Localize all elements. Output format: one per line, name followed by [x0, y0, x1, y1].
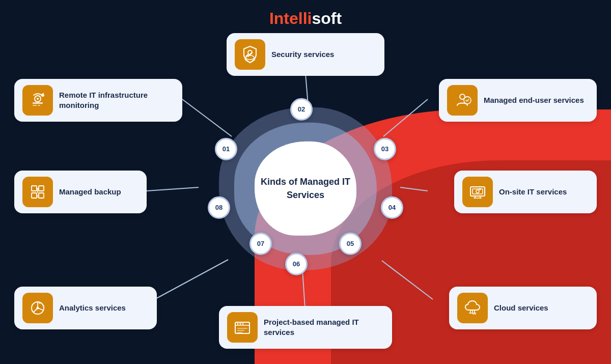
onsite-icon [468, 183, 487, 201]
backup-icon [29, 183, 47, 201]
svg-line-4 [147, 187, 199, 191]
svg-point-15 [41, 94, 44, 97]
card-analytics: Analytics services [14, 287, 157, 329]
node-05: 05 [339, 232, 362, 255]
blob-outer: Kinds of Managed IT Services [219, 107, 392, 270]
remote-icon [29, 91, 47, 109]
node-07: 07 [249, 232, 272, 255]
svg-rect-26 [32, 193, 37, 198]
svg-point-39 [39, 302, 41, 304]
node-01: 01 [215, 137, 237, 160]
card-remote: Remote IT infrastructure monitoring [14, 79, 182, 122]
svg-rect-25 [39, 186, 44, 191]
node-02: 02 [290, 98, 313, 120]
project-icon [233, 318, 252, 337]
center-label: Kinds of Managed IT Services [255, 176, 356, 201]
svg-rect-27 [39, 193, 44, 198]
logo: Intellisoft [269, 9, 342, 28]
card-onsite: On-site IT services [454, 171, 597, 213]
security-label: Security services [271, 49, 334, 60]
end-user-icon-bg [447, 85, 478, 116]
end-user-icon [453, 91, 471, 109]
card-security: Security services [227, 33, 384, 76]
backup-label: Managed backup [59, 187, 121, 197]
logo-soft: soft [312, 9, 342, 27]
analytics-label: Analytics services [59, 303, 126, 313]
card-end-user: Managed end-user services [439, 79, 597, 122]
node-08: 08 [208, 196, 230, 218]
svg-point-45 [242, 323, 244, 325]
project-icon-bg [227, 312, 258, 343]
svg-rect-24 [32, 186, 37, 191]
main-container: Intellisoft Kinds of Managed IT Services [0, 0, 611, 364]
svg-point-11 [37, 98, 39, 100]
svg-rect-12 [33, 102, 43, 104]
svg-rect-13 [33, 105, 37, 106]
node-03: 03 [374, 137, 396, 160]
security-icon-bg [235, 39, 265, 70]
svg-point-8 [246, 55, 254, 60]
end-user-label: Managed end-user services [484, 95, 584, 105]
project-label: Project-based managed IT services [264, 317, 384, 338]
logo-intelli: Intelli [269, 9, 312, 27]
node-06: 06 [285, 253, 308, 275]
svg-point-43 [237, 323, 239, 325]
cloud-label: Cloud services [494, 303, 548, 313]
remote-label: Remote IT infrastructure monitoring [59, 90, 174, 111]
analytics-icon-bg [22, 293, 53, 323]
remote-icon-bg [22, 85, 53, 116]
svg-point-44 [240, 323, 241, 325]
cloud-icon-bg [457, 293, 488, 323]
svg-point-38 [37, 307, 39, 310]
backup-icon-bg [22, 177, 53, 207]
onsite-icon-bg [462, 177, 493, 207]
card-project: Project-based managed IT services [219, 306, 392, 349]
cloud-icon [463, 299, 482, 317]
card-cloud: Cloud services [449, 287, 597, 329]
svg-point-40 [43, 305, 45, 307]
svg-line-6 [153, 260, 228, 300]
center-diagram: Kinds of Managed IT Services 01 02 03 04… [219, 107, 392, 270]
onsite-label: On-site IT services [499, 187, 567, 197]
svg-line-3 [400, 187, 428, 191]
card-backup: Managed backup [14, 171, 147, 213]
blob-inner: Kinds of Managed IT Services [255, 142, 356, 236]
analytics-icon [29, 299, 47, 317]
svg-rect-14 [38, 105, 40, 106]
svg-point-23 [476, 190, 479, 193]
security-icon [241, 45, 259, 64]
node-04: 04 [381, 196, 403, 218]
